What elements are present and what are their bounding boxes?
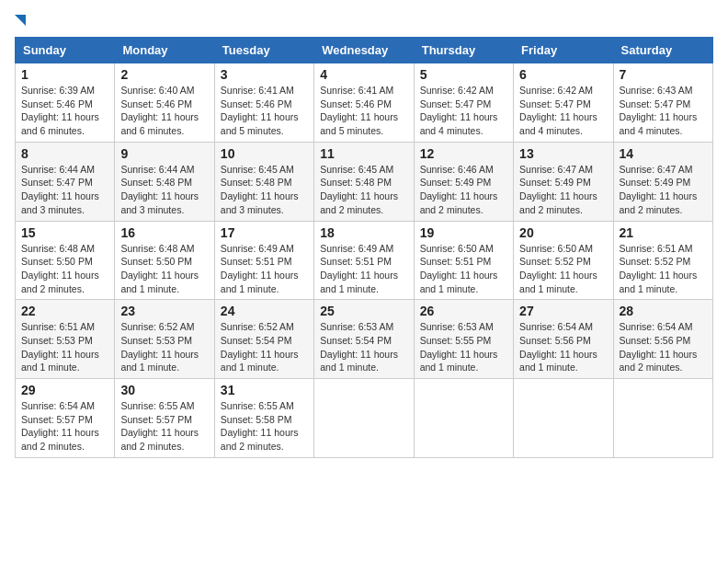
calendar-cell: 13Sunrise: 6:47 AMSunset: 5:49 PMDayligh… — [514, 142, 613, 221]
calendar-cell: 24Sunrise: 6:52 AMSunset: 5:54 PMDayligh… — [214, 300, 313, 379]
calendar-cell — [613, 379, 712, 458]
calendar-cell: 1Sunrise: 6:39 AMSunset: 5:46 PMDaylight… — [16, 63, 115, 143]
header-tuesday: Tuesday — [214, 38, 313, 63]
calendar-cell: 22Sunrise: 6:51 AMSunset: 5:53 PMDayligh… — [16, 300, 115, 379]
cell-info: Sunrise: 6:44 AMSunset: 5:48 PMDaylight:… — [120, 164, 199, 215]
day-number: 31 — [221, 383, 308, 397]
day-number: 22 — [21, 304, 108, 318]
calendar-cell: 5Sunrise: 6:42 AMSunset: 5:47 PMDaylight… — [414, 63, 513, 143]
day-number: 29 — [21, 383, 108, 397]
calendar-cell: 21Sunrise: 6:51 AMSunset: 5:52 PMDayligh… — [613, 221, 712, 300]
calendar-cell: 8Sunrise: 6:44 AMSunset: 5:47 PMDaylight… — [16, 142, 115, 221]
calendar-cell: 6Sunrise: 6:42 AMSunset: 5:47 PMDaylight… — [514, 63, 613, 143]
header-sunday: Sunday — [16, 38, 115, 63]
calendar-cell: 28Sunrise: 6:54 AMSunset: 5:56 PMDayligh… — [613, 300, 712, 379]
day-number: 28 — [620, 304, 707, 318]
cell-info: Sunrise: 6:45 AMSunset: 5:48 PMDaylight:… — [320, 164, 398, 215]
calendar-cell: 19Sunrise: 6:50 AMSunset: 5:51 PMDayligh… — [414, 221, 513, 300]
cell-info: Sunrise: 6:40 AMSunset: 5:46 PMDaylight:… — [120, 85, 199, 136]
cell-info: Sunrise: 6:41 AMSunset: 5:46 PMDaylight:… — [221, 85, 299, 136]
day-number: 21 — [620, 225, 707, 240]
week-row-5: 29Sunrise: 6:54 AMSunset: 5:57 PMDayligh… — [16, 379, 713, 458]
header-friday: Friday — [514, 38, 613, 63]
day-number: 7 — [620, 67, 707, 82]
calendar-cell: 18Sunrise: 6:49 AMSunset: 5:51 PMDayligh… — [314, 221, 414, 300]
day-number: 9 — [120, 146, 208, 161]
cell-info: Sunrise: 6:39 AMSunset: 5:46 PMDaylight:… — [21, 85, 99, 136]
calendar-cell — [314, 379, 414, 458]
header-thursday: Thursday — [414, 38, 513, 63]
calendar-cell: 23Sunrise: 6:52 AMSunset: 5:53 PMDayligh… — [115, 300, 214, 379]
day-number: 25 — [320, 304, 407, 318]
cell-info: Sunrise: 6:47 AMSunset: 5:49 PMDaylight:… — [519, 164, 597, 215]
calendar-cell: 20Sunrise: 6:50 AMSunset: 5:52 PMDayligh… — [514, 221, 613, 300]
calendar-cell: 31Sunrise: 6:55 AMSunset: 5:58 PMDayligh… — [214, 379, 313, 458]
cell-info: Sunrise: 6:42 AMSunset: 5:47 PMDaylight:… — [519, 85, 597, 136]
day-number: 19 — [420, 225, 507, 240]
calendar-cell — [514, 379, 613, 458]
cell-info: Sunrise: 6:47 AMSunset: 5:49 PMDaylight:… — [620, 164, 698, 215]
day-number: 3 — [221, 67, 308, 82]
header-wednesday: Wednesday — [314, 38, 414, 63]
day-number: 12 — [420, 146, 507, 161]
cell-info: Sunrise: 6:43 AMSunset: 5:47 PMDaylight:… — [620, 85, 698, 136]
day-number: 24 — [221, 304, 308, 318]
cell-info: Sunrise: 6:44 AMSunset: 5:47 PMDaylight:… — [21, 164, 99, 215]
calendar-cell: 2Sunrise: 6:40 AMSunset: 5:46 PMDaylight… — [115, 63, 214, 143]
cell-info: Sunrise: 6:51 AMSunset: 5:52 PMDaylight:… — [620, 243, 698, 294]
cell-info: Sunrise: 6:48 AMSunset: 5:50 PMDaylight:… — [21, 243, 99, 294]
header-saturday: Saturday — [613, 38, 712, 63]
cell-info: Sunrise: 6:52 AMSunset: 5:54 PMDaylight:… — [221, 321, 299, 373]
calendar-cell: 3Sunrise: 6:41 AMSunset: 5:46 PMDaylight… — [214, 63, 313, 143]
calendar-cell: 29Sunrise: 6:54 AMSunset: 5:57 PMDayligh… — [16, 379, 115, 458]
day-number: 5 — [420, 67, 507, 82]
day-number: 4 — [320, 67, 407, 82]
day-number: 13 — [519, 146, 607, 161]
day-number: 30 — [120, 383, 208, 397]
calendar-cell: 11Sunrise: 6:45 AMSunset: 5:48 PMDayligh… — [314, 142, 414, 221]
cell-info: Sunrise: 6:54 AMSunset: 5:57 PMDaylight:… — [21, 400, 99, 452]
cell-info: Sunrise: 6:50 AMSunset: 5:51 PMDaylight:… — [420, 243, 498, 294]
calendar-cell: 17Sunrise: 6:49 AMSunset: 5:51 PMDayligh… — [214, 221, 313, 300]
cell-info: Sunrise: 6:48 AMSunset: 5:50 PMDaylight:… — [120, 243, 199, 294]
day-number: 27 — [519, 304, 607, 318]
cell-info: Sunrise: 6:50 AMSunset: 5:52 PMDaylight:… — [519, 243, 597, 294]
day-number: 16 — [120, 225, 208, 240]
weekday-header-row: SundayMondayTuesdayWednesdayThursdayFrid… — [16, 38, 713, 63]
cell-info: Sunrise: 6:52 AMSunset: 5:53 PMDaylight:… — [120, 321, 199, 373]
day-number: 6 — [519, 67, 607, 82]
calendar-table: SundayMondayTuesdayWednesdayThursdayFrid… — [15, 37, 713, 458]
calendar-cell: 15Sunrise: 6:48 AMSunset: 5:50 PMDayligh… — [16, 221, 115, 300]
day-number: 1 — [21, 67, 108, 82]
calendar-cell: 27Sunrise: 6:54 AMSunset: 5:56 PMDayligh… — [514, 300, 613, 379]
cell-info: Sunrise: 6:51 AMSunset: 5:53 PMDaylight:… — [21, 321, 99, 373]
day-number: 15 — [21, 225, 108, 240]
calendar-cell: 12Sunrise: 6:46 AMSunset: 5:49 PMDayligh… — [414, 142, 513, 221]
day-number: 10 — [221, 146, 308, 161]
cell-info: Sunrise: 6:41 AMSunset: 5:46 PMDaylight:… — [320, 85, 398, 136]
calendar-cell: 25Sunrise: 6:53 AMSunset: 5:54 PMDayligh… — [314, 300, 414, 379]
header — [15, 15, 713, 26]
cell-info: Sunrise: 6:53 AMSunset: 5:54 PMDaylight:… — [320, 321, 398, 373]
cell-info: Sunrise: 6:55 AMSunset: 5:58 PMDaylight:… — [221, 400, 299, 452]
day-number: 14 — [620, 146, 707, 161]
cell-info: Sunrise: 6:45 AMSunset: 5:48 PMDaylight:… — [221, 164, 299, 215]
day-number: 8 — [21, 146, 108, 161]
cell-info: Sunrise: 6:55 AMSunset: 5:57 PMDaylight:… — [120, 400, 199, 452]
cell-info: Sunrise: 6:49 AMSunset: 5:51 PMDaylight:… — [221, 243, 299, 294]
calendar-cell: 14Sunrise: 6:47 AMSunset: 5:49 PMDayligh… — [613, 142, 712, 221]
calendar-cell: 7Sunrise: 6:43 AMSunset: 5:47 PMDaylight… — [613, 63, 712, 143]
logo-triangle-icon — [15, 15, 26, 26]
calendar-cell: 30Sunrise: 6:55 AMSunset: 5:57 PMDayligh… — [115, 379, 214, 458]
cell-info: Sunrise: 6:49 AMSunset: 5:51 PMDaylight:… — [320, 243, 398, 294]
calendar-cell: 16Sunrise: 6:48 AMSunset: 5:50 PMDayligh… — [115, 221, 214, 300]
week-row-3: 15Sunrise: 6:48 AMSunset: 5:50 PMDayligh… — [16, 221, 713, 300]
day-number: 17 — [221, 225, 308, 240]
calendar-cell: 26Sunrise: 6:53 AMSunset: 5:55 PMDayligh… — [414, 300, 513, 379]
week-row-1: 1Sunrise: 6:39 AMSunset: 5:46 PMDaylight… — [16, 63, 713, 143]
week-row-4: 22Sunrise: 6:51 AMSunset: 5:53 PMDayligh… — [16, 300, 713, 379]
day-number: 18 — [320, 225, 407, 240]
day-number: 26 — [420, 304, 507, 318]
day-number: 20 — [519, 225, 607, 240]
day-number: 11 — [320, 146, 407, 161]
